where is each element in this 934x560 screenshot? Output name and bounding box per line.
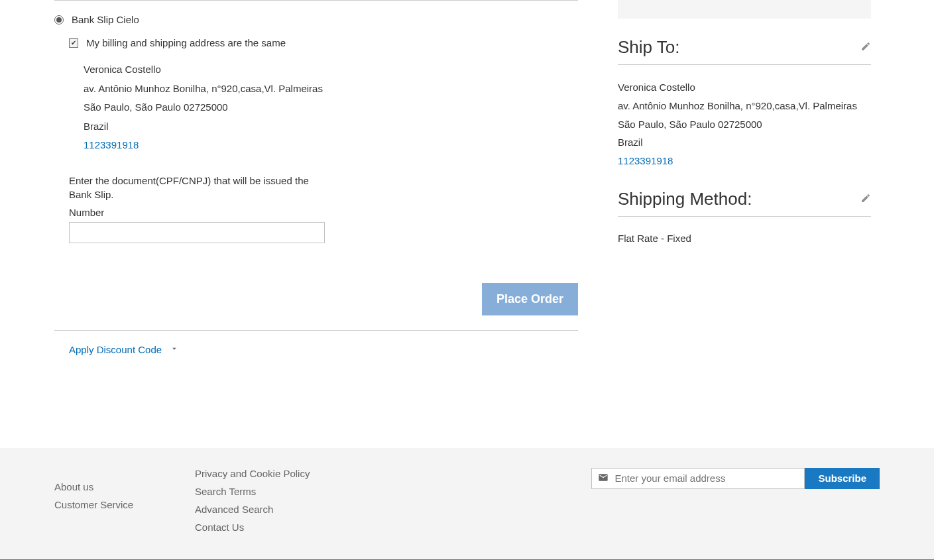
radio-selected-dot [56,17,62,23]
billing-address-block: Veronica Costello av. Antônio Munhoz Bon… [69,60,578,155]
billing-street: av. Antônio Munhoz Bonilha, n°920,casa,V… [84,80,578,99]
footer-link-about[interactable]: About us [54,481,195,492]
footer-link-search-terms[interactable]: Search Terms [195,486,394,497]
newsletter-email-input[interactable] [591,468,805,489]
billing-name: Veronica Costello [84,60,578,80]
shipto-city-region-postal: São Paulo, São Paulo 02725000 [618,115,871,134]
chevron-down-icon [170,344,179,355]
shipto-name: Veronica Costello [618,78,871,97]
order-summary-panel-stub [618,0,871,19]
divider-top [54,0,578,1]
billing-city-region-postal: São Paulo, São Paulo 02725000 [84,98,578,117]
shipping-method-title: Shipping Method: [618,189,752,209]
billing-country: Brazil [84,117,578,137]
billing-phone-link[interactable]: 1123391918 [84,136,578,155]
same-address-checkbox[interactable]: ✔ [69,38,78,48]
footer-link-contact[interactable]: Contact Us [195,522,394,533]
edit-ship-to-icon[interactable] [860,41,871,54]
envelope-icon [598,472,609,484]
page-footer: About us Customer Service Privacy and Co… [0,448,934,559]
same-address-checkbox-row[interactable]: ✔ My billing and shipping address are th… [69,37,578,48]
payment-radio-bank-slip[interactable] [54,15,64,25]
shipping-method-value: Flat Rate - Fixed [618,230,871,244]
footer-link-privacy[interactable]: Privacy and Cookie Policy [195,468,394,479]
shipto-street: av. Antônio Munhoz Bonilha, n°920,casa,V… [618,97,871,115]
ship-to-address-block: Veronica Costello av. Antônio Munhoz Bon… [618,78,871,170]
subscribe-button[interactable]: Subscribe [805,468,880,489]
edit-shipping-method-icon[interactable] [860,193,871,205]
apply-discount-toggle[interactable]: Apply Discount Code [54,331,578,355]
ship-to-title: Ship To: [618,37,679,58]
shipto-country: Brazil [618,133,871,152]
doc-instruction-text: Enter the document(CPF/CNPJ) that will b… [69,174,321,201]
number-field-label: Number [69,207,578,218]
same-address-label: My billing and shipping address are the … [86,37,286,48]
place-order-button[interactable]: Place Order [482,283,578,315]
footer-link-customer-service[interactable]: Customer Service [54,499,195,510]
payment-method-row[interactable]: Bank Slip Cielo [54,14,578,25]
footer-link-advanced-search[interactable]: Advanced Search [195,504,394,515]
payment-method-label: Bank Slip Cielo [72,14,139,25]
checkmark-icon: ✔ [71,40,76,46]
apply-discount-link: Apply Discount Code [69,344,162,355]
document-number-input[interactable] [69,222,325,243]
shipto-phone-link[interactable]: 1123391918 [618,152,871,170]
